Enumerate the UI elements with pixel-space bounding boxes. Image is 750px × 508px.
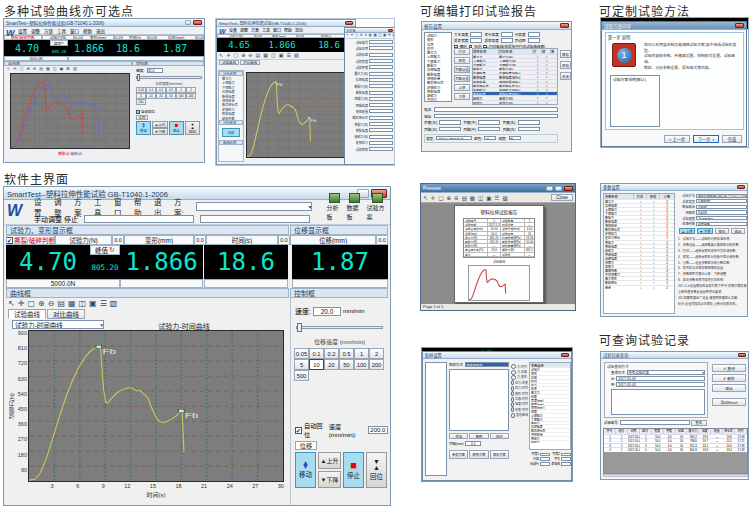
row-height-input[interactable] [528, 32, 540, 37]
param-row[interactable]: 上屈服力 √ √ 2 [604, 207, 674, 211]
radio-label[interactable]: 强度-时间 [515, 402, 528, 406]
tool-icon[interactable]: ↖ [8, 299, 15, 308]
field-input[interactable] [369, 72, 393, 76]
tool-icon[interactable]: ▧ [110, 299, 118, 308]
minimize-button[interactable] [546, 186, 553, 191]
radio-label[interactable]: 应力-应变 [515, 381, 528, 385]
pair-input[interactable] [561, 453, 571, 457]
tool-icon[interactable]: ▦ [68, 299, 76, 308]
param-select-row[interactable]: 标距 [530, 394, 570, 398]
pair-input[interactable] [561, 462, 571, 466]
tool-icon[interactable]: ⊖ [48, 299, 55, 308]
tool-icon[interactable]: ⊕ [38, 299, 45, 308]
param-select-row[interactable]: 时间 [530, 379, 570, 383]
param-row[interactable]: 下屈服力 √ √ 2 [604, 211, 674, 215]
record-row[interactable]: 412017-05-03410.04.050801.819.8—13.417:4… [604, 447, 747, 451]
tool-icon[interactable]: ▦ [470, 195, 475, 201]
scheme-list[interactable] [425, 362, 447, 476]
report-width-input[interactable] [470, 38, 482, 43]
table-row[interactable]: 平均力平均力(N) √√ [473, 100, 557, 104]
field-input[interactable] [369, 65, 393, 69]
side-button[interactable]: 页脚设置 [454, 75, 470, 82]
field-input[interactable] [369, 84, 393, 88]
tool-icon[interactable]: ▦ [46, 66, 50, 71]
scheme-button[interactable]: 保存方案 [490, 450, 509, 459]
tool-icon[interactable]: ▣ [279, 52, 284, 58]
radio-label[interactable]: 应力-时间 [515, 386, 528, 390]
tool-button[interactable]: 分析板 [326, 193, 342, 221]
speed-button[interactable]: 5 [294, 359, 309, 370]
param-select-row[interactable]: 厚度(mm) [530, 402, 570, 406]
side-button[interactable]: 预览 [454, 57, 470, 64]
param-select-row[interactable]: 拉伸强度 [530, 424, 570, 428]
param-select-row[interactable]: 破碎力 [530, 440, 570, 444]
header-left-input[interactable] [439, 120, 461, 125]
tool-icon[interactable]: ▣ [486, 195, 491, 201]
tool-icon[interactable]: ▤ [39, 66, 43, 71]
field-input[interactable]: 塑料拉伸性能试验(GB-T1040.1-2006) [696, 194, 747, 198]
field-input[interactable]: 20 mm/min [696, 216, 747, 220]
radio-icon[interactable] [511, 370, 516, 375]
field-input[interactable] [369, 147, 393, 151]
field-input[interactable] [369, 53, 393, 57]
side-button[interactable]: 上移 [454, 84, 470, 91]
menu-item[interactable]: 退出 [295, 27, 303, 33]
tab-test-curve[interactable]: 试验曲线 [8, 309, 46, 319]
radio-label[interactable]: 力-时间 [517, 365, 527, 369]
up-button[interactable]: ▲上升 [152, 121, 168, 128]
query-listbox[interactable] [611, 389, 705, 415]
head-height-input[interactable] [501, 32, 513, 37]
stop-button[interactable]: ■停止 [169, 121, 184, 135]
menu-item[interactable]: 设置 [229, 27, 237, 33]
finish-button[interactable]: 完成 [722, 135, 742, 143]
param-select-row[interactable]: 下屈服力 [530, 417, 570, 421]
tel-input[interactable] [434, 107, 558, 112]
field-input[interactable] [369, 40, 393, 44]
tool-icon[interactable]: ▣ [89, 299, 97, 308]
field-input[interactable]: 试验机 [696, 205, 747, 209]
param-select-row[interactable]: 撕裂力 [530, 436, 570, 440]
tool-icon[interactable]: ▣ [383, 33, 386, 37]
param-row[interactable]: 平均剥离力 √ √ 2 [604, 272, 674, 276]
side-button[interactable]: 下移 [454, 93, 470, 100]
tool-icon[interactable]: ✛ [431, 195, 436, 201]
auto-return-checkbox[interactable]: ✔ [136, 110, 140, 114]
minimize-button[interactable] [185, 20, 191, 25]
field-input[interactable]: 5000N [696, 210, 747, 214]
find-button[interactable]: 查询 [691, 420, 707, 426]
field-input[interactable] [369, 109, 393, 113]
menu-item[interactable]: 工具 [262, 27, 270, 33]
menu-item[interactable]: 帮助 [284, 27, 292, 33]
menu-item[interactable]: 方案 [44, 28, 53, 34]
accordion-header2[interactable]: 分析结果 [219, 120, 243, 125]
tool-icon[interactable]: ↖ [346, 33, 349, 37]
footer-mid-input[interactable] [478, 127, 500, 132]
curve-tab[interactable]: 试验曲线 [219, 60, 239, 65]
speed-button[interactable]: 2 [369, 348, 384, 359]
table-row[interactable]: 破碎力破碎力(N) √√ [473, 95, 557, 99]
accordion-header3[interactable]: 曲线选项 [219, 140, 243, 145]
param-row[interactable]: 撕裂力 √ √ 2 [604, 240, 674, 244]
move-down-button[interactable]: ▼ 下移 [697, 228, 713, 234]
header-right-input[interactable] [518, 120, 540, 125]
tool-icon[interactable]: ▢ [20, 66, 24, 71]
close-button[interactable] [345, 21, 353, 25]
radio-icon[interactable] [511, 402, 514, 407]
prev-button[interactable]: < 上一步 [664, 135, 690, 143]
param-select-row[interactable]: 变形 [530, 371, 570, 375]
speed-button[interactable]: 10 [146, 93, 156, 99]
field-input[interactable] [369, 116, 393, 120]
tool-icon[interactable]: ⊖ [454, 195, 459, 201]
tool-button[interactable]: 数据板 [347, 193, 363, 221]
curve-toolbar[interactable]: ↖✛▢⊕⊖▤▦◫▣☰▧ [217, 52, 355, 60]
close-button[interactable] [561, 353, 569, 357]
param-select-row[interactable]: 宽度(mm) [530, 398, 570, 402]
tear-checkbox[interactable]: ✔撕裂/破碎判断 [6, 235, 55, 245]
param-row[interactable]: 断裂伸长 √ √ 2 [604, 280, 674, 284]
tool-icon[interactable]: ✛ [18, 299, 25, 308]
tool-icon[interactable]: ⊕ [446, 195, 451, 201]
exit-button[interactable]: 退出 [712, 384, 746, 392]
param-row[interactable]: 最大力 √ √ 2 [604, 199, 674, 203]
quit-button[interactable]: 退出 [731, 228, 745, 234]
param-row[interactable]: 最大变形 √ √ 2 [604, 276, 674, 280]
